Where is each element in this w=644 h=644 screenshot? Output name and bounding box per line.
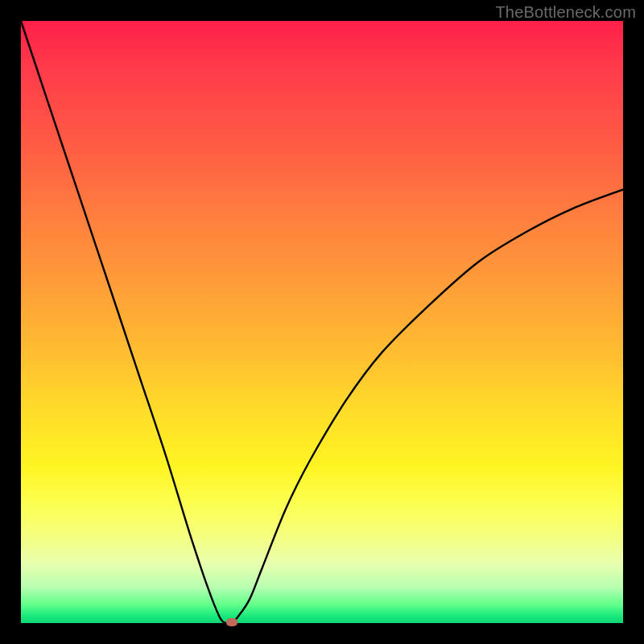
curve-path [21,21,623,624]
bottleneck-curve [21,21,623,623]
watermark-text: TheBottleneck.com [495,3,636,22]
plot-area [21,21,623,623]
optimal-point-marker [226,618,237,626]
chart-frame: TheBottleneck.com [0,0,644,644]
